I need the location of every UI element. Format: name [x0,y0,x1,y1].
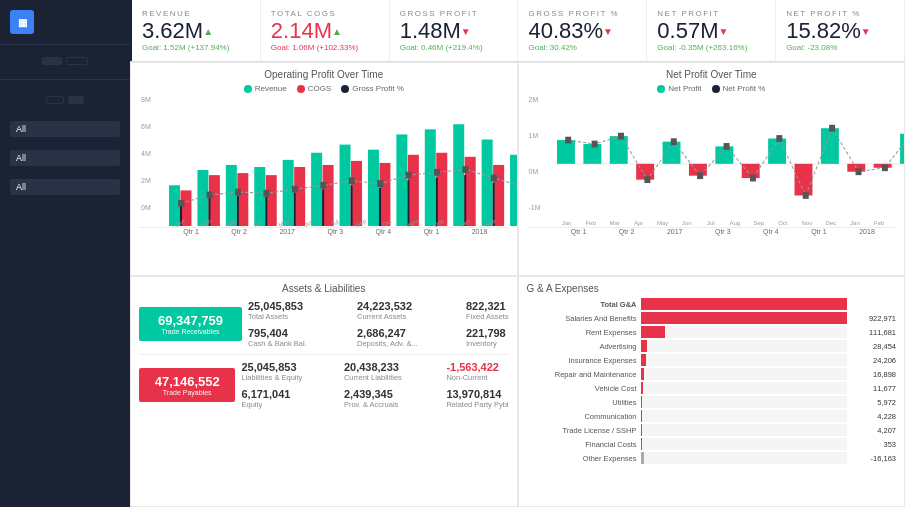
net-month-label: Mar [603,220,627,226]
net-profit-panel: Net Profit Over Time Net Profit Net Prof… [518,62,906,276]
net-quarter-label: Qtr 1 [555,228,603,235]
ga-item-label-2: Advertising [527,342,637,351]
svg-rect-33 [482,140,493,226]
net-quarter-label: 2018 [843,228,891,235]
assets-liabilities-panel: Assets & Liabilities 25,045,853Total Ass… [130,276,518,507]
kpi-value-3: 40.83%▼ [528,20,636,42]
ga-bar-0 [641,312,848,324]
ga-item-label-0: Salaries And Benefits [527,314,637,323]
mtd-button[interactable] [42,57,62,65]
sidebar-item-balance[interactable] [0,241,130,257]
net-month-label: May [651,220,675,226]
net-quarter-label: 2017 [651,228,699,235]
related-party-value: 13,970,814 [446,388,508,400]
net-month-label: Feb [579,220,603,226]
svg-rect-73 [723,143,729,150]
main-content: REVENUE 3.62M▲ Goal: 1.52M (+137.94%) To… [130,0,905,507]
sidebar-item-overview[interactable] [0,209,130,225]
ga-bar-container-6 [641,396,848,408]
ga-item-value-9: 353 [851,440,896,449]
ga-bar-container-7 [641,410,848,422]
non-current: -1,563,422Non-Current [446,361,508,382]
vs-last-year-button[interactable] [68,96,84,104]
kpi-item-2: Gross Profit 1.48M▼ Goal: 0.46M (+219.4%… [390,0,519,61]
ga-item-label-5: Vehicle Cost [527,384,637,393]
kpi-item-5: Net Profit % 15.82%▼ Goal: -23.08% [776,0,905,61]
net-month-label: Jul [699,220,723,226]
op-quarter-label: Qtr 4 [359,228,407,235]
trade-payables-label: Trade Payables [163,389,212,396]
ga-item-label-6: Utilities [527,398,637,407]
ga-bar-10 [641,452,645,464]
ga-row-0: Salaries And Benefits 922,971 [527,312,897,324]
svg-rect-74 [749,175,755,182]
legend-dot-gp [341,85,349,93]
cash-value: 795,404 [248,327,351,339]
kpi-label-1: Total COGS [271,9,379,18]
entity-select[interactable]: All [10,121,120,137]
op-chart-svg [167,96,518,226]
legend-dot-revenue [244,85,252,93]
non-current-value: -1,563,422 [446,361,508,373]
ga-row-1: Rent Expenses 111,681 [527,326,897,338]
kpi-label-4: Net Profit [657,9,765,18]
financial-year-filter: All [0,141,130,170]
svg-rect-78 [855,168,861,175]
kpi-label-5: Net Profit % [786,9,894,18]
sidebar-item-income[interactable] [0,225,130,241]
ga-row-5: Vehicle Cost 11,677 [527,382,897,394]
op-y-label: 2M [141,177,151,184]
op-y-label: 0M [141,204,151,211]
ga-item-label-8: Trade License / SSHP [527,426,637,435]
kpi-value-1: 2.14M▲ [271,20,379,42]
trade-receivables-box: 69,347,759 Trade Receivables [139,307,242,341]
divider-1 [0,79,130,80]
financial-year-select[interactable]: All [10,150,120,166]
ga-item-label-3: Insurance Expenses [527,356,637,365]
legend-cogs: COGS [297,84,332,93]
prov-accruals-value: 2,439,345 [344,388,440,400]
ga-row-8: Trade License / SSHP 4,207 [527,424,897,436]
kpi-value-4: 0.57M▼ [657,20,765,42]
net-month-label: Jun [675,220,699,226]
svg-rect-71 [670,138,676,145]
net-y-label: 0M [529,168,541,175]
ga-item-value-7: 4,228 [851,412,896,421]
deposits-label: Deposits, Adv. &... [357,339,460,348]
kpi-item-4: Net Profit 0.57M▼ Goal: -0.35M (+263.16%… [647,0,776,61]
svg-rect-50 [491,175,497,182]
op-profit-panel: Operating Profit Over Time Revenue COGS … [130,62,518,276]
deposits: 2,686,247Deposits, Adv. &... [357,327,460,348]
benchmark-section [0,84,130,112]
ga-bar-8 [641,424,642,436]
ga-item-value-10: -16,163 [851,454,896,463]
ga-bar-container-0 [641,312,848,324]
vs-budget-button[interactable] [46,96,64,104]
kpi-label-2: Gross Profit [400,9,508,18]
ga-row-6: Utilities 5,972 [527,396,897,408]
ga-item-value-0: 922,971 [851,314,896,323]
ga-bar-3 [641,354,646,366]
svg-rect-39 [178,200,184,207]
op-y-label: 8M [141,96,151,103]
op-y-axis: 8M6M4M2M0M [141,96,151,211]
period-toggle [10,57,120,65]
non-current-label: Non-Current [446,373,508,382]
ytd-button[interactable] [66,57,88,65]
liab-equity-value: 25,045,853 [241,361,337,373]
legend-gp: Gross Profit % [341,84,404,93]
ga-item-value-6: 5,972 [851,398,896,407]
inventory-label: Inventory [466,339,509,348]
current-liab: 20,438,233Current Liabilities [344,361,440,382]
sidebar-nav [0,209,130,257]
kpi-label-0: REVENUE [142,9,250,18]
kpi-goal-0: Goal: 1.52M (+137.94%) [142,43,250,52]
liab-equity: 25,045,853Liabilities & Equity [241,361,337,382]
fixed-assets-label: Fixed Assets [466,312,509,321]
month-select[interactable]: All [10,179,120,195]
benchmark-toggle [10,96,120,104]
ga-item-label-4: Repair and Maintenance [527,370,637,379]
ga-item-value-4: 16,898 [851,370,896,379]
svg-rect-53 [556,140,574,164]
svg-rect-68 [591,141,597,148]
